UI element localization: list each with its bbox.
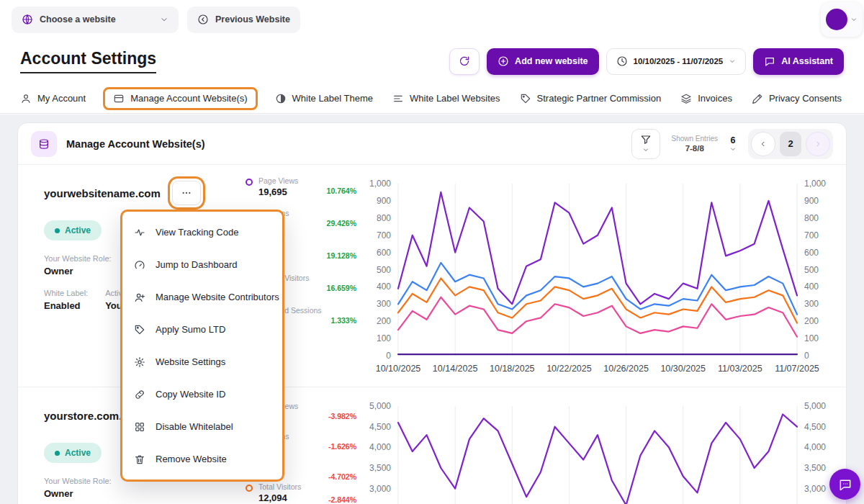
tab-white-label-theme[interactable]: White Label Theme <box>275 93 374 104</box>
svg-text:4,500: 4,500 <box>369 422 391 432</box>
menu-item-manage-website-contributors[interactable]: Manage Website Contributors <box>122 281 282 313</box>
svg-text:700: 700 <box>377 230 391 240</box>
menu-item-disable-whitelabel[interactable]: Disable Whitelabel <box>122 410 282 443</box>
ai-assistant-button[interactable]: AI Assistant <box>753 48 844 75</box>
half-circle-icon <box>275 93 287 104</box>
svg-text:100: 100 <box>804 333 819 343</box>
add-new-website-button[interactable]: Add new website <box>487 48 598 75</box>
svg-text:800: 800 <box>377 213 391 223</box>
svg-text:4,000: 4,000 <box>804 442 826 452</box>
website-actions-menu: View Tracking Code Jump to Dashboard Man… <box>120 210 284 482</box>
tab-invoices[interactable]: Invoices <box>680 93 732 104</box>
status-badge: Active <box>44 443 102 463</box>
refresh-button[interactable] <box>449 48 480 75</box>
tab-my-account[interactable]: My Account <box>20 93 86 104</box>
header-actions: Add new website 10/10/2025 - 11/07/2025 … <box>449 48 844 75</box>
choose-website-label: Choose a website <box>40 14 116 24</box>
svg-text:400: 400 <box>804 282 819 292</box>
card-tools: Shown Entries 7-8/8 6 2 <box>631 129 833 159</box>
chevron-left-icon <box>759 140 768 148</box>
chevron-down-icon <box>729 58 736 65</box>
svg-text:500: 500 <box>804 265 819 275</box>
date-range-label: 10/10/2025 - 11/07/2025 <box>634 57 724 66</box>
website-chart-area: 10/10/202510/14/202510/18/202510/22/2025… <box>361 175 834 377</box>
svg-text:3,000: 3,000 <box>369 484 391 494</box>
settings-tabs: My Account Manage Account Website(s) Whi… <box>0 84 864 114</box>
card-header: Manage Account Website(s) Shown Entries … <box>18 123 846 165</box>
tab-privacy-consents[interactable]: Privacy Consents <box>752 93 842 104</box>
add-new-website-label: Add new website <box>515 56 588 66</box>
svg-text:1,000: 1,000 <box>804 179 826 189</box>
card-title: Manage Account Website(s) <box>66 138 205 150</box>
globe-icon <box>22 14 33 25</box>
user-menu[interactable] <box>821 2 863 37</box>
clock-icon <box>616 55 628 67</box>
svg-text:10/26/2025: 10/26/2025 <box>603 364 649 374</box>
user-icon <box>20 93 32 104</box>
previous-page-button[interactable] <box>751 132 775 156</box>
layers-icon <box>680 93 692 104</box>
chevron-down-icon <box>729 145 737 153</box>
tab-manage-account-websites[interactable]: Manage Account Website(s) <box>103 87 257 110</box>
shown-entries: Shown Entries 7-8/8 <box>672 135 718 153</box>
website-name: yourwebsitename.com <box>44 187 161 199</box>
menu-item-apply-sumo-ltd[interactable]: Apply Sumo LTD <box>122 313 282 346</box>
svg-text:5,000: 5,000 <box>369 401 391 411</box>
current-page: 2 <box>780 132 801 156</box>
page-size-select[interactable]: 6 <box>729 135 737 153</box>
website-actions-button[interactable] <box>172 181 201 205</box>
funnel-icon <box>640 134 652 145</box>
previous-website-button[interactable]: Previous Website <box>187 6 300 33</box>
pulse-icon <box>134 227 145 238</box>
menu-item-view-tracking-code[interactable]: View Tracking Code <box>122 216 282 248</box>
tag-icon <box>134 324 145 336</box>
pagination: 2 <box>748 129 833 159</box>
menu-item-remove-website[interactable]: Remove Website <box>122 443 282 475</box>
chevron-down-icon <box>642 146 649 153</box>
account-settings-page: Choose a website Previous Website Accoun… <box>0 0 864 504</box>
chevron-down-icon <box>160 15 168 24</box>
svg-text:3,500: 3,500 <box>369 463 391 473</box>
svg-text:3,000: 3,000 <box>804 484 826 494</box>
role-value: Owner <box>44 488 240 499</box>
grid-icon <box>134 421 145 433</box>
chat-icon <box>838 477 852 492</box>
traffic-chart: 10/10/202510/14/202510/18/202510/22/2025… <box>361 175 834 377</box>
menu-item-copy-website-id[interactable]: Copy Website ID <box>122 378 282 410</box>
svg-text:300: 300 <box>804 299 819 309</box>
support-chat-button[interactable] <box>829 469 860 500</box>
white-label-label: White Label: <box>44 289 88 297</box>
page-title: Account Settings <box>20 49 156 73</box>
svg-text:11/03/2025: 11/03/2025 <box>718 364 762 374</box>
list-icon <box>392 93 404 104</box>
menu-item-jump-to-dashboard[interactable]: Jump to Dashboard <box>122 248 282 281</box>
tab-strategic-partner-commission[interactable]: Strategic Partner Commission <box>520 93 662 104</box>
chevron-down-icon <box>850 16 858 23</box>
svg-text:3,500: 3,500 <box>804 463 826 473</box>
date-range-picker[interactable]: 10/10/2025 - 11/07/2025 <box>606 48 747 75</box>
status-dot <box>55 451 60 456</box>
trash-icon <box>134 454 145 465</box>
svg-text:4,500: 4,500 <box>804 422 826 432</box>
top-bar: Choose a website Previous Website <box>0 0 864 39</box>
choose-website-dropdown[interactable]: Choose a website <box>12 6 179 33</box>
white-label-value: Enabled <box>44 300 88 311</box>
svg-text:800: 800 <box>804 213 819 223</box>
svg-text:10/14/2025: 10/14/2025 <box>433 364 478 374</box>
gear-icon <box>134 356 145 368</box>
database-icon <box>31 131 57 157</box>
svg-text:10/22/2025: 10/22/2025 <box>546 364 592 374</box>
tab-white-label-websites[interactable]: White Label Websites <box>392 93 500 104</box>
stat-total-visitors: Total Visitors 12,094 -2.844% <box>246 482 356 503</box>
svg-text:5,000: 5,000 <box>804 401 826 411</box>
svg-text:10/18/2025: 10/18/2025 <box>490 364 535 374</box>
menu-item-website-settings[interactable]: Website Settings <box>122 346 282 378</box>
svg-text:400: 400 <box>377 282 391 292</box>
svg-text:700: 700 <box>804 230 819 240</box>
filter-button[interactable] <box>631 129 660 159</box>
next-page-button[interactable] <box>806 132 830 156</box>
svg-text:10/10/2025: 10/10/2025 <box>376 364 421 374</box>
gauge-icon <box>134 259 145 271</box>
traffic-chart: 2,0002,0002,5002,5003,0003,0003,5003,500… <box>361 397 834 504</box>
website-chart-area: 2,0002,0002,5002,5003,0003,0003,5003,500… <box>361 397 834 504</box>
